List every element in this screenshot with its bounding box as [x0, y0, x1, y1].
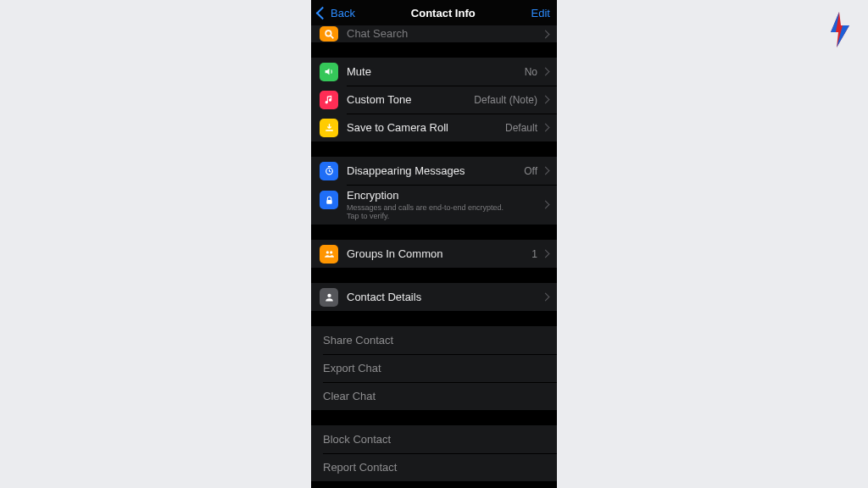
mute-value: No	[525, 66, 537, 78]
chevron-left-icon	[316, 6, 330, 19]
contact-card-icon	[320, 288, 338, 307]
share-contact-label: Share Contact	[323, 334, 548, 347]
row-save-camera-roll[interactable]: Save to Camera Roll Default	[311, 114, 557, 141]
row-mute[interactable]: Mute No	[311, 58, 557, 86]
row-clear-chat[interactable]: Clear Chat	[311, 382, 557, 410]
search-icon	[320, 26, 338, 42]
mute-label: Mute	[347, 65, 525, 79]
brand-logo-icon	[829, 12, 851, 47]
chevron-right-icon	[542, 201, 550, 209]
phone-screen: Back Contact Info Edit Chat Search Mute …	[311, 0, 557, 488]
groups-label: Groups In Common	[347, 247, 531, 261]
clear-chat-label: Clear Chat	[323, 390, 548, 403]
svg-line-4	[331, 36, 333, 38]
nav-bar: Back Contact Info Edit	[311, 0, 557, 25]
page-title: Contact Info	[411, 7, 476, 19]
chat-search-label: Chat Search	[347, 27, 542, 41]
contact-details-label: Contact Details	[347, 291, 542, 304]
music-note-icon	[320, 91, 338, 109]
group-notifications: Mute No Custom Tone Default (Note) Save …	[311, 58, 557, 141]
row-disappearing-messages[interactable]: Disappearing Messages Off	[311, 157, 557, 185]
svg-point-10	[327, 294, 331, 297]
row-groups-in-common[interactable]: Groups In Common 1	[311, 240, 557, 268]
edit-button[interactable]: Edit	[531, 7, 550, 19]
speaker-icon	[320, 63, 338, 81]
report-contact-label: Report Contact	[323, 461, 548, 474]
row-encryption[interactable]: Encryption Messages and calls are end-to…	[311, 185, 557, 225]
back-button[interactable]: Back	[318, 7, 355, 19]
row-block-contact[interactable]: Block Contact	[311, 425, 557, 453]
svg-point-8	[326, 252, 328, 254]
group-groups: Groups In Common 1	[311, 240, 557, 268]
groups-value: 1	[531, 248, 537, 260]
back-label: Back	[331, 7, 355, 19]
row-export-chat[interactable]: Export Chat	[311, 354, 557, 382]
chevron-right-icon	[542, 124, 550, 132]
chevron-right-icon	[542, 30, 550, 38]
group-search: Chat Search	[311, 25, 557, 42]
chevron-right-icon	[542, 293, 550, 302]
people-icon	[320, 245, 338, 263]
custom-tone-value: Default (Note)	[474, 94, 537, 106]
row-custom-tone[interactable]: Custom Tone Default (Note)	[311, 86, 557, 114]
block-contact-label: Block Contact	[323, 433, 548, 446]
row-chat-search[interactable]: Chat Search	[311, 25, 557, 42]
custom-tone-label: Custom Tone	[347, 93, 474, 107]
group-privacy: Disappearing Messages Off Encryption Mes…	[311, 157, 557, 225]
save-camera-value: Default	[505, 122, 537, 134]
chevron-right-icon	[542, 250, 550, 258]
row-share-contact[interactable]: Share Contact	[311, 326, 557, 354]
disappearing-label: Disappearing Messages	[347, 164, 524, 178]
row-contact-details[interactable]: Contact Details	[311, 283, 557, 311]
svg-point-3	[326, 30, 331, 36]
save-camera-label: Save to Camera Roll	[347, 121, 505, 135]
chevron-right-icon	[542, 167, 550, 175]
disappearing-value: Off	[524, 165, 537, 177]
group-actions: Share Contact Export Chat Clear Chat	[311, 326, 557, 410]
row-report-contact[interactable]: Report Contact	[311, 453, 557, 481]
timer-icon	[320, 162, 338, 180]
svg-rect-7	[326, 199, 332, 203]
group-danger: Block Contact Report Contact	[311, 425, 557, 481]
svg-point-9	[330, 252, 332, 254]
lock-icon	[320, 191, 338, 209]
encryption-label: Encryption	[347, 189, 542, 202]
chevron-right-icon	[542, 68, 550, 76]
svg-rect-5	[326, 130, 333, 131]
encryption-subtitle: Messages and calls are end-to-end encryp…	[347, 203, 516, 221]
export-chat-label: Export Chat	[323, 362, 548, 375]
group-contact-details: Contact Details	[311, 283, 557, 311]
download-icon	[320, 119, 338, 137]
chevron-right-icon	[542, 96, 550, 104]
